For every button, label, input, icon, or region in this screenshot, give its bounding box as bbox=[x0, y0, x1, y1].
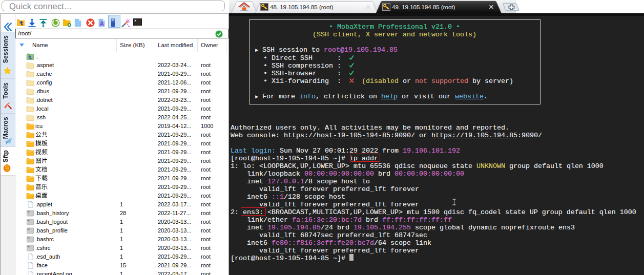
svg-text:A: A bbox=[100, 20, 104, 27]
svg-text:48. 19.105.194.85 (root): 48. 19.105.194.85 (root) bbox=[270, 4, 334, 10]
svg-text:49. 19.105.194.85 (root): 49. 19.105.194.85 (root) bbox=[392, 4, 455, 10]
